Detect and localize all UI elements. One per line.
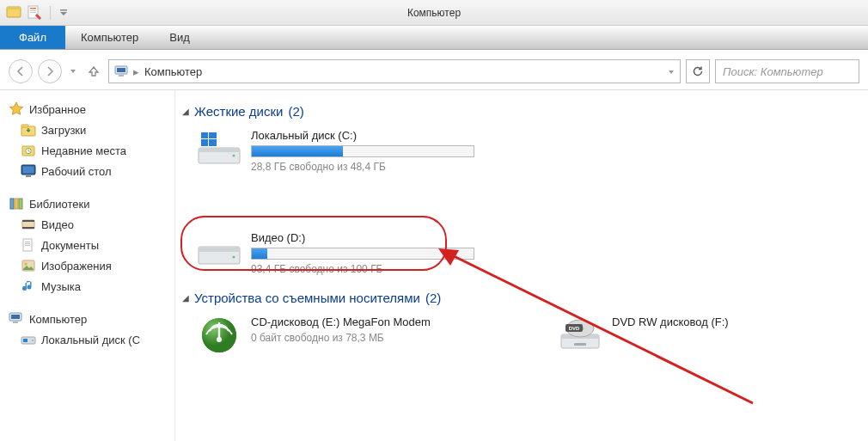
sidebar-item-recent[interactable]: Недавние места [5,140,169,161]
history-dropdown-icon[interactable] [67,68,79,75]
chevron-down-icon[interactable] [668,65,675,78]
drive-e[interactable]: CD-дисковод (E:) MegaFon Modem 0 байт св… [193,312,468,358]
sidebar-item-downloads[interactable]: Загрузки [5,119,169,140]
computer-icon [114,64,128,78]
sidebar-label: Документы [41,239,99,252]
svg-rect-36 [199,148,240,152]
svg-rect-18 [15,199,18,209]
tab-file[interactable]: Файл [0,26,65,49]
breadcrumb-item[interactable]: Компьютер [144,65,202,78]
tab-view[interactable]: Вид [154,26,205,49]
navigation-pane: Избранное Загрузки Недавние места Рабочи… [0,90,175,441]
drive-name: Локальный диск (C:) [251,129,498,142]
svg-point-37 [233,155,235,157]
svg-rect-3 [30,8,36,9]
favorites-icon [9,101,24,117]
svg-text:DVD: DVD [569,326,580,331]
svg-rect-40 [209,132,217,138]
svg-rect-41 [201,139,208,146]
svg-rect-21 [22,220,34,222]
drive-f[interactable]: DVD DVD RW дисковод (F:) [553,312,828,358]
downloads-icon [21,122,36,138]
svg-rect-8 [117,68,125,72]
sidebar-group-computer: Компьютер Локальный диск (C [5,309,169,350]
capacity-bar [251,145,474,157]
svg-rect-52 [574,343,586,346]
recent-icon [21,143,36,158]
drive-name: Видео (D:) [251,231,498,244]
group-header-removable[interactable]: ◢ Устройства со съемными носителями (2) [182,291,861,305]
title-bar: Компьютер [0,0,868,26]
search-input[interactable]: Поиск: Компьютер [715,59,859,83]
svg-rect-5 [30,12,36,13]
drive-subtext: 28,8 ГБ свободно из 48,4 ГБ [251,161,498,173]
app-icon [5,4,22,21]
svg-rect-15 [23,167,34,174]
drive-c[interactable]: Локальный диск (C:) 28,8 ГБ свободно из … [193,126,502,176]
group-count: (2) [288,104,303,119]
svg-rect-30 [11,315,20,319]
svg-rect-9 [119,75,124,77]
svg-rect-26 [25,245,30,246]
qat-dropdown-icon[interactable] [58,4,70,21]
svg-rect-6 [60,9,67,11]
content-pane: ◢ Жесткие диски (2) [175,90,868,441]
address-bar[interactable]: ▸ Компьютер [108,59,681,83]
hdd-windows-icon [196,129,242,168]
sidebar-item-desktop[interactable]: Рабочий стол [5,161,169,181]
collapse-icon: ◢ [182,107,189,116]
sidebar-label: Изображения [41,260,112,273]
svg-rect-24 [25,242,30,242]
music-icon [21,279,36,294]
capacity-bar [251,248,474,260]
sidebar-item-libraries[interactable]: Библиотеки [5,193,169,214]
sidebar-item-favorites[interactable]: Избранное [5,99,169,119]
svg-rect-11 [21,125,28,127]
sidebar-item-localdisk[interactable]: Локальный диск (C [5,329,169,350]
sidebar-label: Избранное [29,103,86,116]
up-button[interactable] [84,62,103,81]
svg-rect-4 [30,10,36,11]
sidebar-label: Загрузки [41,124,86,137]
properties-icon[interactable] [26,4,43,21]
svg-rect-33 [23,339,28,342]
svg-rect-1 [7,7,21,9]
libraries-icon [9,196,24,211]
group-count: (2) [425,291,441,305]
sidebar-label: Компьютер [29,313,87,326]
sidebar-item-computer[interactable]: Компьютер [5,309,169,329]
megafon-modem-icon [196,315,242,355]
sidebar-group-libraries: Библиотеки Видео Документы Изображения [5,193,169,297]
sidebar-item-pictures[interactable]: Изображения [5,255,169,276]
sidebar-label: Видео [41,218,74,231]
group-header-hdd[interactable]: ◢ Жесткие диски (2) [182,104,861,119]
drive-d[interactable]: Видео (D:) 93,4 ГБ свободно из 100 ГБ [193,228,502,279]
sidebar-item-documents[interactable]: Документы [5,235,169,255]
sidebar-item-music[interactable]: Музыка [5,276,169,297]
chevron-right-icon[interactable]: ▸ [133,65,139,78]
svg-point-45 [233,256,235,259]
svg-rect-31 [13,322,18,323]
back-button[interactable] [9,59,33,83]
sidebar-item-video[interactable]: Видео [5,214,169,235]
tab-computer[interactable]: Компьютер [65,26,154,49]
collapse-icon: ◢ [182,293,189,303]
forward-button[interactable] [38,59,62,83]
refresh-button[interactable] [686,59,710,83]
explorer-body: Избранное Загрузки Недавние места Рабочи… [0,90,868,441]
sidebar-label: Рабочий стол [41,165,112,178]
ribbon-tabs: Файл Компьютер Вид [0,26,868,50]
svg-rect-22 [22,227,34,229]
svg-rect-25 [25,243,30,244]
svg-rect-17 [10,199,14,209]
separator [50,6,51,20]
capacity-fill [252,146,343,156]
svg-rect-19 [19,199,22,209]
svg-rect-44 [199,247,240,252]
documents-icon [21,237,36,253]
svg-rect-16 [26,175,31,177]
video-icon [21,217,36,232]
svg-rect-42 [209,139,217,146]
drive-name: CD-дисковод (E:) MegaFon Modem [251,315,464,328]
sidebar-label: Недавние места [41,144,126,157]
